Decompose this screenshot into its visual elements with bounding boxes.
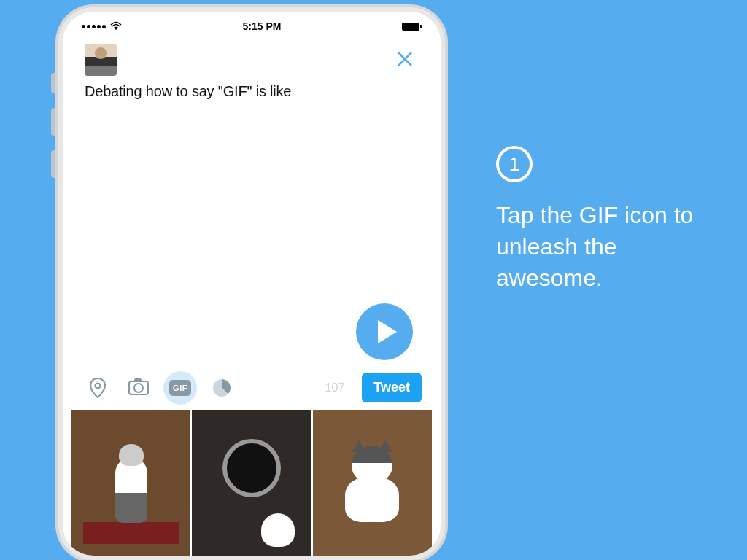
- char-count: 107: [325, 381, 345, 394]
- compose-body[interactable]: Debating how to say "GIF" is like: [71, 80, 432, 365]
- status-bar: 5:15 PM: [71, 15, 432, 35]
- status-bar-time: 5:15 PM: [243, 20, 282, 32]
- compose-header: [71, 35, 432, 80]
- instruction-text: Tap the GIF icon to unleash the awesome.: [496, 200, 729, 295]
- camera-button[interactable]: [123, 372, 155, 404]
- avatar[interactable]: [85, 44, 117, 76]
- instruction-panel: 1 Tap the GIF icon to unleash the awesom…: [496, 146, 729, 295]
- gif-button[interactable]: GIF: [163, 371, 197, 405]
- phone-frame: 5:15 PM Debating how to say "GIF" is lik…: [58, 7, 445, 560]
- gif-thumbnail[interactable]: [71, 410, 190, 556]
- camera-icon: [128, 381, 149, 395]
- location-pin-icon: [90, 378, 106, 398]
- wifi-icon: [110, 20, 122, 32]
- compose-toolbar: GIF 107 Tweet: [71, 365, 432, 410]
- phone-screen: 5:15 PM Debating how to say "GIF" is lik…: [71, 15, 432, 556]
- battery-icon: [402, 23, 422, 31]
- play-icon: [378, 320, 397, 343]
- compose-text: Debating how to say "GIF" is like: [85, 83, 419, 100]
- location-button[interactable]: [82, 372, 114, 404]
- step-number-badge: 1: [496, 146, 533, 182]
- gif-thumbnail[interactable]: [313, 410, 432, 556]
- gif-icon: GIF: [169, 380, 191, 396]
- close-button[interactable]: [391, 44, 419, 75]
- signal-strength-icon: [82, 25, 106, 28]
- tweet-button[interactable]: Tweet: [362, 373, 422, 402]
- svg-point-2: [96, 383, 101, 388]
- play-button[interactable]: [356, 303, 413, 360]
- piechart-icon: [213, 379, 231, 397]
- close-icon: [397, 51, 413, 67]
- phone-side-buttons: [51, 73, 57, 192]
- gif-thumbnail[interactable]: [192, 410, 311, 556]
- gif-grid: [71, 410, 432, 556]
- poll-button[interactable]: [206, 372, 238, 404]
